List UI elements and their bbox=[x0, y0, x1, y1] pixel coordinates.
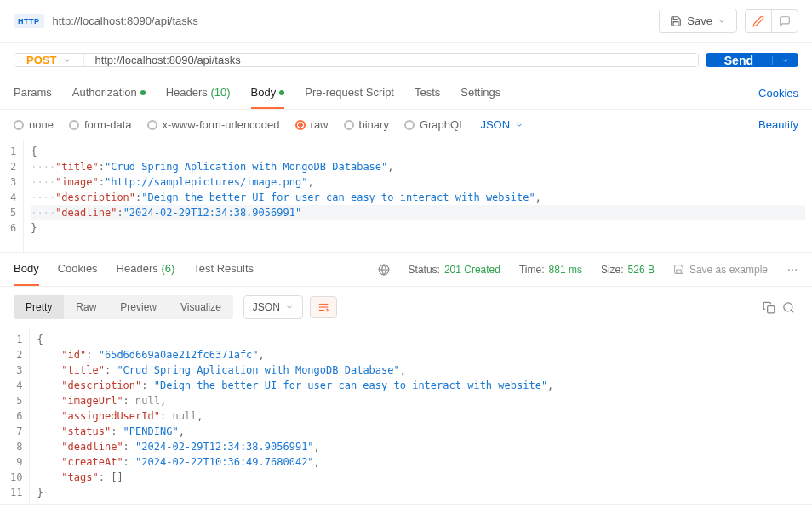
radio-icon bbox=[295, 120, 306, 130]
view-preview[interactable]: Preview bbox=[108, 295, 169, 319]
res-tab-cookies[interactable]: Cookies bbox=[58, 253, 98, 286]
send-label: Send bbox=[706, 54, 772, 67]
copy-button[interactable] bbox=[759, 298, 779, 317]
request-body-editor[interactable]: 123456 { ····"title":"Crud Spring Aplica… bbox=[0, 140, 812, 253]
method-label: POST bbox=[26, 54, 56, 66]
send-dropdown[interactable] bbox=[772, 56, 798, 65]
gutter: 1234567891011 bbox=[0, 328, 30, 504]
svg-point-4 bbox=[795, 269, 797, 271]
copy-icon bbox=[763, 301, 775, 314]
status-meta: Status:201 Created bbox=[409, 264, 500, 276]
tab-prerequest[interactable]: Pre-request Script bbox=[305, 77, 394, 109]
gutter: 123456 bbox=[0, 140, 24, 252]
body-type-row: none form-data x-www-form-urlencoded raw… bbox=[0, 110, 812, 140]
save-label: Save bbox=[687, 14, 712, 27]
top-bar: HTTP http://localhost:8090/api/tasks Sav… bbox=[0, 0, 812, 43]
save-as-example-button[interactable]: Save as example bbox=[673, 264, 768, 276]
tab-tests[interactable]: Tests bbox=[415, 77, 440, 109]
http-badge: HTTP bbox=[14, 14, 44, 28]
request-tabs: Params Authorization Headers (10) Body P… bbox=[0, 77, 812, 110]
tab-params[interactable]: Params bbox=[14, 77, 52, 109]
view-controls: Pretty Raw Preview Visualize JSON bbox=[0, 287, 812, 328]
status-dot-icon bbox=[140, 90, 146, 95]
send-button[interactable]: Send bbox=[706, 53, 798, 67]
radio-icon bbox=[404, 120, 415, 130]
radio-none[interactable]: none bbox=[14, 118, 54, 131]
save-button[interactable]: Save bbox=[659, 9, 737, 33]
res-tab-headers[interactable]: Headers (6) bbox=[117, 253, 175, 286]
code-area[interactable]: { ····"title":"Crud Spring Aplication wi… bbox=[24, 140, 812, 252]
radio-xform[interactable]: x-www-form-urlencoded bbox=[147, 118, 280, 131]
radio-icon bbox=[14, 120, 24, 130]
view-pretty[interactable]: Pretty bbox=[14, 295, 64, 319]
svg-point-2 bbox=[788, 269, 790, 271]
radio-raw[interactable]: raw bbox=[295, 118, 329, 131]
tab-settings[interactable]: Settings bbox=[460, 77, 500, 109]
beautify-button[interactable]: Beautify bbox=[758, 118, 798, 131]
tab-body[interactable]: Body bbox=[251, 77, 285, 109]
save-icon bbox=[673, 264, 684, 275]
more-icon[interactable] bbox=[786, 264, 798, 276]
view-tabs: Pretty Raw Preview Visualize bbox=[14, 295, 233, 319]
url-input[interactable] bbox=[84, 54, 697, 66]
svg-line-10 bbox=[791, 310, 793, 312]
view-visualize[interactable]: Visualize bbox=[169, 295, 233, 319]
svg-rect-8 bbox=[768, 305, 775, 312]
svg-point-3 bbox=[792, 269, 793, 271]
chevron-down-icon bbox=[515, 121, 523, 129]
edit-button[interactable] bbox=[745, 9, 772, 33]
globe-icon[interactable] bbox=[378, 264, 390, 276]
chevron-down-icon bbox=[63, 56, 71, 65]
radio-formdata[interactable]: form-data bbox=[69, 118, 132, 131]
size-meta: Size:526 B bbox=[601, 264, 655, 276]
chevron-down-icon bbox=[718, 17, 726, 26]
breadcrumb: http://localhost:8090/api/tasks bbox=[53, 14, 651, 27]
comment-button[interactable] bbox=[771, 9, 798, 33]
res-tab-testresults[interactable]: Test Results bbox=[193, 253, 254, 286]
response-tabs: Body Cookies Headers (6) Test Results St… bbox=[0, 253, 812, 287]
code-area[interactable]: { "id": "65d6d669a0ae212fc6371afc", "tit… bbox=[30, 328, 812, 504]
status-dot-icon bbox=[279, 90, 284, 95]
radio-binary[interactable]: binary bbox=[344, 118, 389, 131]
wrap-icon bbox=[317, 302, 329, 312]
tab-authorization[interactable]: Authorization bbox=[72, 77, 146, 109]
svg-point-9 bbox=[784, 302, 792, 311]
search-button[interactable] bbox=[779, 298, 798, 317]
comment-icon bbox=[779, 15, 791, 27]
save-icon bbox=[670, 15, 682, 27]
res-tab-body[interactable]: Body bbox=[14, 253, 39, 286]
method-select[interactable]: POST bbox=[14, 54, 84, 66]
tab-headers[interactable]: Headers (10) bbox=[166, 77, 231, 109]
radio-icon bbox=[344, 120, 354, 130]
wrap-lines-button[interactable] bbox=[310, 296, 337, 318]
radio-icon bbox=[147, 120, 157, 130]
request-row: POST Send bbox=[0, 43, 812, 77]
action-buttons bbox=[746, 9, 798, 33]
body-format-select[interactable]: JSON bbox=[480, 118, 523, 131]
response-format-select[interactable]: JSON bbox=[243, 295, 303, 319]
cookies-link[interactable]: Cookies bbox=[758, 87, 798, 100]
pencil-icon bbox=[752, 15, 764, 27]
radio-graphql[interactable]: GraphQL bbox=[404, 118, 465, 131]
search-icon bbox=[782, 301, 795, 314]
time-meta: Time:881 ms bbox=[519, 264, 582, 276]
chevron-down-icon bbox=[781, 56, 790, 65]
view-raw[interactable]: Raw bbox=[64, 295, 108, 319]
method-url-group: POST bbox=[14, 53, 699, 67]
radio-icon bbox=[69, 120, 79, 130]
response-body-editor[interactable]: 1234567891011 { "id": "65d6d669a0ae212fc… bbox=[0, 328, 812, 505]
chevron-down-icon bbox=[285, 303, 294, 311]
